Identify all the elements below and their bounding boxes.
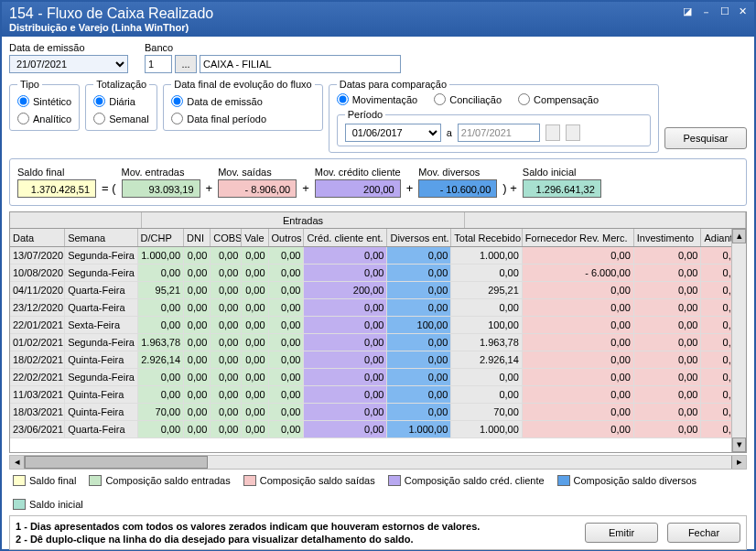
periodo-fieldset: Período 01/06/2017 a (337, 109, 651, 146)
periodo-fim-field (458, 124, 540, 142)
totals-fieldset: Saldo final1.370.428,51 = ( Mov. entrada… (9, 158, 747, 206)
mov-div-box: - 10.600,00 (418, 179, 497, 198)
titlebar: 154 - Fluxo de Caixa Realizado Distribui… (2, 2, 754, 37)
dataflux-periodo-radio[interactable]: Data final período (171, 113, 314, 124)
window-title: 154 - Fluxo de Caixa Realizado (9, 5, 213, 22)
table-row[interactable]: 10/08/2020Segunda-Feira0,000,000,000,000… (10, 265, 746, 282)
window-subtitle: Distribuição e Varejo (Linha WinThor) (9, 22, 213, 33)
dataflux-emissao-radio[interactable]: Data de emissão (171, 95, 314, 107)
totalizacao-fieldset: Totalização Diária Semanal (85, 79, 157, 131)
table-row[interactable]: 23/06/2021Quarta-Feira0,000,000,000,000,… (10, 421, 746, 438)
table-header: Data Semana D/CHP DNI COBS Vale Outros C… (10, 229, 746, 247)
scroll-down-icon[interactable]: ▾ (732, 438, 746, 452)
legend-swatch (13, 499, 26, 510)
datafluxo-fieldset: Data final de evolução do fluxo Data de … (163, 79, 322, 131)
mov-sai-box: - 8.906,00 (218, 179, 297, 198)
emitir-button[interactable]: Emitir (585, 523, 658, 543)
table-row[interactable]: 18/02/2021Quinta-Feira2.926,140,000,000,… (10, 351, 746, 369)
table-row[interactable]: 04/11/2020Quarta-Feira95,210,000,000,000… (10, 282, 746, 299)
datas-comp-radio[interactable]: Compensação (518, 93, 599, 105)
maximize-icon[interactable]: ☐ (720, 5, 729, 19)
scroll-left-icon[interactable]: ◂ (10, 456, 25, 469)
close-icon[interactable]: ✕ (739, 5, 747, 19)
mov-ent-box: 93.093,19 (122, 179, 200, 198)
banco-label: Banco (145, 42, 401, 53)
legend-swatch (243, 475, 256, 486)
legend-swatch (557, 475, 570, 486)
table-row[interactable]: 11/03/2021Quinta-Feira0,000,000,000,000,… (10, 386, 746, 404)
banco-lookup-button[interactable]: ... (175, 55, 197, 73)
tipo-sintetico-radio[interactable]: Sintético (17, 95, 71, 107)
emissao-label: Data de emissão (9, 42, 128, 53)
datas-mov-radio[interactable]: Movimentação (337, 93, 418, 105)
saldo-ini-box: 1.296.641,32 (523, 179, 601, 198)
total-semanal-radio[interactable]: Semanal (93, 113, 149, 124)
vertical-scrollbar[interactable]: ▴ ▾ (731, 229, 746, 452)
table-row[interactable]: 23/12/2020Quarta-Feira0,000,000,000,000,… (10, 299, 746, 317)
datas-fieldset: Datas para comparação Movimentação Conci… (329, 79, 659, 153)
table-row[interactable]: 18/03/2021Quinta-Feira70,000,000,000,000… (10, 404, 746, 421)
fechar-button[interactable]: Fechar (667, 523, 740, 543)
banco-code-input[interactable] (145, 55, 172, 73)
legend-swatch (89, 475, 102, 486)
banco-name-field (200, 55, 401, 73)
emissao-select[interactable]: 21/07/2021 (9, 55, 128, 73)
table-row[interactable]: 01/02/2021Segunda-Feira1.963,780,000,000… (10, 334, 746, 351)
minimize-icon[interactable]: － (701, 5, 711, 19)
horizontal-scrollbar[interactable]: ◂ ▸ (9, 455, 747, 470)
data-table: Entradas Data Semana D/CHP DNI COBS Vale… (9, 211, 747, 453)
mov-cred-box: 200,00 (315, 179, 401, 198)
app-window: 154 - Fluxo de Caixa Realizado Distribui… (0, 0, 756, 551)
tipo-analitico-radio[interactable]: Analítico (17, 113, 71, 124)
table-row[interactable]: 22/02/2021Segunda-Feira0,000,000,000,000… (10, 369, 746, 386)
legend-row: Saldo final Composição saldo entradas Co… (9, 470, 747, 515)
legend-swatch (13, 475, 26, 486)
periodo-ini-select[interactable]: 01/06/2017 (345, 124, 441, 142)
scroll-right-icon[interactable]: ▸ (731, 456, 746, 469)
tipo-fieldset: Tipo Sintético Analítico (9, 79, 80, 131)
pesquisar-button[interactable]: Pesquisar (664, 127, 747, 149)
datas-conc-radio[interactable]: Conciliação (434, 93, 502, 105)
calendar-icon-2[interactable] (566, 124, 580, 141)
table-row[interactable]: 22/01/2021Sexta-Feira0,000,000,000,000,0… (10, 317, 746, 334)
scroll-thumb[interactable] (25, 456, 208, 469)
legend-swatch (388, 475, 401, 486)
calendar-icon[interactable] (545, 124, 560, 141)
notes-box: 1 - Dias apresentados com todos os valor… (9, 515, 747, 550)
scroll-up-icon[interactable]: ▴ (732, 229, 746, 243)
saldo-final-box: 1.370.428,51 (17, 179, 96, 198)
edit-icon[interactable]: ◪ (683, 5, 692, 19)
table-row[interactable]: 13/07/2020Segunda-Feira1.000,000,000,000… (10, 247, 746, 265)
total-diaria-radio[interactable]: Diária (93, 95, 149, 107)
